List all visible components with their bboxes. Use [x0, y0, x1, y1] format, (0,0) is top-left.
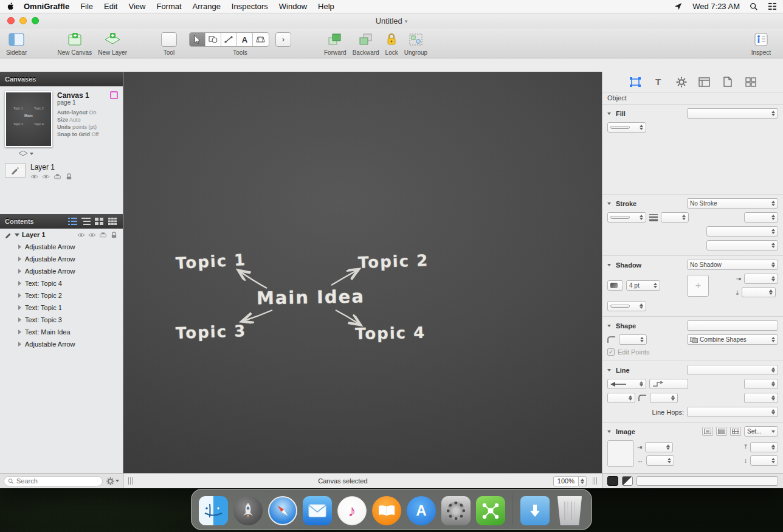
more-tools-button[interactable]: › — [275, 32, 291, 47]
shadow-position-button[interactable]: + — [687, 275, 709, 297]
arrow-to-topic4[interactable] — [336, 310, 359, 324]
line-tool-button[interactable] — [221, 33, 237, 46]
fill-color-swatch[interactable] — [607, 476, 618, 486]
fill-style-popup[interactable] — [607, 122, 646, 133]
disclosure-icon[interactable] — [18, 244, 21, 249]
selection-tool-button[interactable] — [190, 33, 205, 46]
menu-clock[interactable]: Wed 7:23 AM — [692, 2, 740, 11]
visibility-eye-icon[interactable] — [88, 232, 96, 238]
small-grid-view-button[interactable] — [107, 217, 118, 226]
canvas-actions[interactable] — [0, 150, 123, 161]
canvas-list-item[interactable]: Main Topic 1 Topic 2 Topic 3 Topic 4 Can… — [0, 86, 123, 150]
stroke-style-popup[interactable] — [607, 212, 646, 223]
shadow-offset-y-stepper[interactable] — [742, 287, 776, 297]
outline-view-button[interactable] — [80, 217, 91, 226]
dock-mail-icon[interactable] — [303, 496, 332, 525]
image-offset-x-stepper[interactable] — [645, 442, 673, 452]
sidebar-action-menu[interactable] — [106, 477, 119, 485]
line-jump-popup[interactable] — [744, 393, 778, 403]
image-set-popup[interactable]: Set... — [744, 426, 778, 437]
tab-text[interactable]: T — [652, 76, 665, 88]
image-width-stepper[interactable] — [646, 455, 674, 466]
fill-type-popup[interactable] — [687, 108, 778, 119]
dock-app-store-icon[interactable]: A — [407, 496, 436, 525]
tool-button[interactable] — [161, 32, 177, 47]
image-stretch-button[interactable] — [716, 427, 727, 436]
notification-center-icon[interactable] — [768, 2, 777, 10]
zoom-stepper[interactable] — [579, 476, 587, 486]
print-icon[interactable] — [53, 173, 61, 180]
menu-file[interactable]: File — [80, 2, 93, 11]
text-tool-button[interactable]: A — [237, 33, 253, 46]
tab-canvas[interactable] — [698, 76, 711, 88]
arrow-to-topic2[interactable] — [331, 270, 357, 285]
image-fit-button[interactable] — [702, 427, 713, 436]
dock-launchpad-icon[interactable] — [233, 496, 263, 525]
zoom-value[interactable]: 100% — [553, 476, 579, 486]
sidebar-toggle-button[interactable]: Sidebar — [6, 31, 27, 56]
ungroup-button[interactable]: Ungroup — [404, 31, 427, 56]
list-item[interactable]: Adjustable Arrow — [0, 338, 123, 350]
shared-eye-icon[interactable] — [30, 173, 38, 180]
line-hops-popup[interactable] — [687, 407, 778, 417]
search-input[interactable] — [16, 477, 98, 485]
shadow-blur-stepper[interactable]: 4 pt — [626, 280, 660, 291]
print-icon[interactable] — [99, 232, 107, 238]
dock-safari-icon[interactable] — [268, 496, 297, 525]
disclosure-icon[interactable] — [607, 325, 611, 327]
list-item[interactable]: Text: Main Idea — [0, 326, 123, 338]
list-item[interactable]: Text: Topic 3 — [0, 314, 123, 326]
grid-view-button[interactable] — [94, 217, 105, 226]
stroke-cap-popup[interactable] — [706, 240, 778, 250]
lock-button[interactable]: Lock — [385, 31, 398, 56]
disclosure-icon[interactable] — [18, 330, 21, 334]
disclosure-icon[interactable] — [18, 305, 21, 310]
disclosure-icon[interactable] — [607, 112, 611, 115]
topic4-text[interactable]: Topic 4 — [355, 323, 426, 343]
sidebar-resize-handle[interactable] — [128, 477, 133, 485]
shape-popup[interactable] — [687, 320, 778, 331]
lock-small-icon[interactable] — [110, 232, 118, 238]
inspector-resize-handle[interactable] — [593, 477, 597, 485]
location-arrow-icon[interactable] — [674, 2, 683, 11]
line-midpoint-popup[interactable] — [649, 379, 688, 389]
list-item[interactable]: Text: Topic 4 — [0, 277, 123, 289]
topic1-text[interactable]: Topic 1 — [175, 250, 247, 272]
canvas-name[interactable]: Canvas 1 — [57, 92, 89, 99]
image-height-stepper[interactable] — [750, 455, 778, 466]
contents-layer-row[interactable]: Layer 1 — [0, 229, 123, 241]
minimize-button[interactable] — [19, 17, 27, 24]
dock-omnigraffle-icon[interactable] — [476, 496, 505, 525]
line-weight-stepper[interactable] — [607, 393, 635, 403]
disclosure-icon[interactable] — [18, 257, 21, 261]
zoom-button[interactable] — [32, 17, 39, 24]
stroke-corner-popup[interactable] — [744, 212, 778, 223]
menu-arrange[interactable]: Arrange — [193, 2, 221, 11]
list-item[interactable]: Text: Topic 2 — [0, 289, 123, 302]
corner-radius-stepper[interactable] — [619, 334, 647, 345]
shared-eye-icon[interactable] — [77, 232, 85, 238]
line-type-popup[interactable] — [687, 365, 778, 375]
combine-shapes-popup[interactable]: Combine Shapes — [687, 334, 778, 345]
disclosure-icon[interactable] — [18, 293, 21, 298]
inspect-button[interactable]: Inspect — [751, 31, 771, 56]
dock-music-icon[interactable]: ♪ — [337, 496, 367, 525]
topic2-text[interactable]: Topic 2 — [358, 251, 429, 272]
menu-window[interactable]: Window — [279, 2, 307, 11]
spotlight-search-icon[interactable] — [750, 2, 758, 11]
disclosure-icon[interactable] — [607, 369, 611, 371]
tab-stencils[interactable] — [744, 76, 757, 88]
menu-help[interactable]: Help — [318, 2, 334, 11]
edit-points-checkbox[interactable]: ✓ — [607, 348, 615, 356]
list-item[interactable]: Adjustable Arrow — [0, 253, 123, 265]
tab-object[interactable] — [629, 76, 642, 88]
disclosure-open-icon[interactable] — [15, 233, 19, 237]
apple-menu-icon[interactable] — [6, 2, 15, 11]
dock-system-preferences-icon[interactable] — [441, 496, 471, 525]
menu-format[interactable]: Format — [156, 2, 181, 11]
layer-thumbnail[interactable] — [5, 163, 26, 178]
list-item[interactable]: Adjustable Arrow — [0, 265, 123, 277]
dock-downloads-icon[interactable] — [520, 496, 550, 525]
search-field[interactable] — [4, 476, 103, 486]
tab-document[interactable] — [721, 76, 734, 88]
